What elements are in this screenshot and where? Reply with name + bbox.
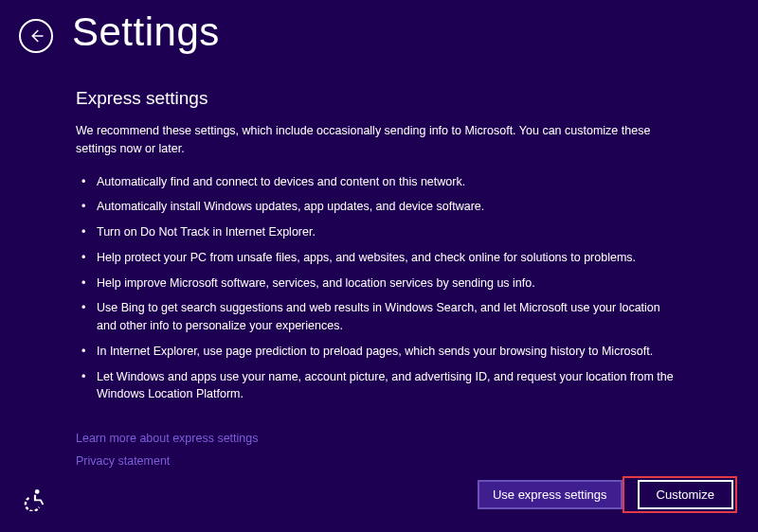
arrow-left-icon [27, 27, 45, 44]
settings-list: Automatically find and connect to device… [76, 173, 682, 404]
list-item: Automatically find and connect to device… [76, 173, 682, 191]
back-button[interactable] [19, 19, 53, 53]
list-item: Turn on Do Not Track in Internet Explore… [76, 223, 682, 241]
intro-text: We recommend these settings, which inclu… [76, 122, 682, 158]
svg-point-0 [35, 489, 40, 494]
page-title: Settings [72, 9, 220, 55]
list-item: Help protect your PC from unsafe files, … [76, 249, 682, 267]
list-item: Help improve Microsoft software, service… [76, 275, 682, 293]
list-item: In Internet Explorer, use page predictio… [76, 343, 682, 361]
list-item: Automatically install Windows updates, a… [76, 198, 682, 216]
list-item: Let Windows and apps use your name, acco… [76, 368, 682, 404]
use-express-settings-button[interactable]: Use express settings [478, 480, 623, 509]
accessibility-icon[interactable] [23, 487, 47, 511]
list-item: Use Bing to get search suggestions and w… [76, 299, 682, 335]
learn-more-link[interactable]: Learn more about express settings [76, 432, 258, 445]
customize-button[interactable]: Customize [638, 480, 733, 509]
section-title: Express settings [76, 88, 682, 109]
privacy-statement-link[interactable]: Privacy statement [76, 454, 170, 468]
customize-highlight: Customize [623, 476, 737, 513]
